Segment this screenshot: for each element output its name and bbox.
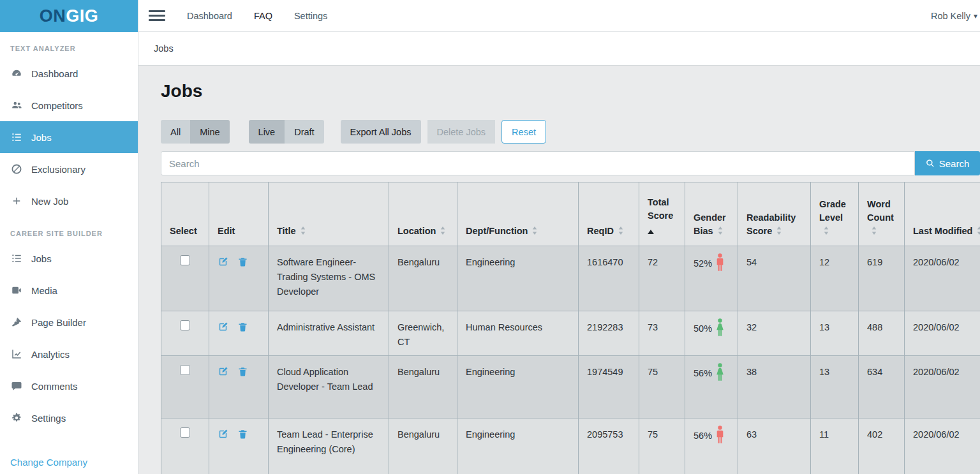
row-checkbox[interactable] bbox=[180, 255, 190, 265]
page-title: Jobs bbox=[161, 80, 980, 103]
sidebar-item-jobs[interactable]: Jobs bbox=[0, 121, 138, 153]
list-icon bbox=[10, 131, 23, 144]
sort-icon bbox=[713, 226, 723, 236]
edit-cell bbox=[209, 418, 269, 474]
edit-icon[interactable] bbox=[218, 322, 228, 337]
sidebar-item-exclusionary[interactable]: Exclusionary bbox=[0, 153, 138, 185]
trash-icon[interactable] bbox=[237, 429, 248, 444]
topbar: DashboardFAQSettings Rob Kelly ▾ bbox=[138, 0, 980, 32]
sidebar-item-analytics[interactable]: Analytics bbox=[0, 338, 138, 370]
row-checkbox[interactable] bbox=[180, 365, 190, 375]
male-person-icon bbox=[715, 427, 725, 445]
sidebar-item-settings[interactable]: Settings bbox=[0, 402, 138, 434]
sidebar-item-competitors[interactable]: Competitors bbox=[0, 89, 138, 121]
column-header-title[interactable]: Title bbox=[269, 182, 389, 246]
topnav-links: DashboardFAQSettings bbox=[187, 11, 349, 21]
trash-icon[interactable] bbox=[237, 322, 248, 337]
column-header-readability-score[interactable]: Readability Score bbox=[738, 182, 811, 246]
sidebar-item-label: Jobs bbox=[31, 253, 52, 264]
sidebar-item-label: Jobs bbox=[31, 132, 52, 143]
breadcrumb-bar: Jobs bbox=[138, 32, 980, 66]
sidebar-item-label: Exclusionary bbox=[31, 164, 85, 175]
search-button[interactable]: Search bbox=[915, 151, 980, 175]
readability-cell: 38 bbox=[738, 356, 811, 418]
export-all-jobs-button[interactable]: Export All Jobs bbox=[341, 120, 421, 144]
column-header-total-score[interactable]: Total Score bbox=[639, 182, 685, 246]
live-button[interactable]: Live bbox=[249, 120, 285, 144]
logo-band: ONGIG bbox=[0, 0, 138, 32]
breadcrumb[interactable]: Jobs bbox=[154, 43, 174, 54]
sort-icon bbox=[867, 226, 877, 236]
title-cell[interactable]: Administrative Assistant bbox=[269, 311, 389, 356]
sidebar-item-label: Media bbox=[31, 285, 57, 296]
ongig-logo[interactable]: ONGIG bbox=[40, 6, 99, 26]
column-header-dept-function[interactable]: Dept/Function bbox=[457, 182, 579, 246]
sidebar-item-label: Comments bbox=[31, 381, 78, 392]
gear-icon bbox=[10, 411, 23, 424]
reset-button[interactable]: Reset bbox=[501, 120, 546, 144]
all-button[interactable]: All bbox=[161, 120, 190, 144]
table-row: Cloud Application Developer - Team LeadB… bbox=[161, 356, 980, 418]
last-modified-cell: 2020/06/02 bbox=[905, 311, 980, 356]
sidebar-item-label: Dashboard bbox=[31, 68, 78, 79]
grade-level-cell: 11 bbox=[811, 418, 859, 474]
sidebar-item-new-job[interactable]: New Job bbox=[0, 185, 138, 217]
sidebar-section-label: TEXT ANALYZER bbox=[0, 32, 138, 57]
trash-icon[interactable] bbox=[237, 256, 248, 272]
dept-cell: Human Resources bbox=[457, 311, 579, 356]
video-icon bbox=[10, 284, 23, 297]
reqid-cell: 1974549 bbox=[579, 356, 639, 418]
content-area: Jobs All Mine Live Draft Export All Jobs… bbox=[138, 66, 980, 474]
table-row: Administrative AssistantGreenwich, CTHum… bbox=[161, 311, 980, 356]
location-cell: Bengaluru bbox=[389, 356, 457, 418]
comment-icon bbox=[10, 380, 23, 392]
topnav-settings[interactable]: Settings bbox=[294, 11, 327, 21]
hamburger-menu-icon[interactable] bbox=[149, 10, 165, 21]
select-cell bbox=[161, 246, 209, 311]
column-label: Title bbox=[277, 226, 296, 236]
row-checkbox[interactable] bbox=[180, 320, 190, 330]
column-header-reqid[interactable]: ReqID bbox=[579, 182, 639, 246]
column-label: Word Count bbox=[867, 199, 894, 223]
total-score-cell: 73 bbox=[639, 311, 685, 356]
search-input[interactable] bbox=[161, 151, 915, 175]
topnav-dashboard[interactable]: Dashboard bbox=[187, 11, 232, 21]
trash-icon[interactable] bbox=[237, 366, 248, 381]
column-header-grade-level[interactable]: Grade Level bbox=[811, 182, 859, 246]
sidebar-item-jobs[interactable]: Jobs bbox=[0, 242, 138, 274]
word-count-cell: 619 bbox=[859, 246, 905, 311]
column-header-gender-bias[interactable]: Gender Bias bbox=[685, 182, 738, 246]
sidebar-item-page-builder[interactable]: Page Builder bbox=[0, 306, 138, 338]
word-count-cell: 488 bbox=[859, 311, 905, 356]
sidebar-item-dashboard[interactable]: Dashboard bbox=[0, 57, 138, 89]
sidebar-item-media[interactable]: Media bbox=[0, 274, 138, 306]
draft-button[interactable]: Draft bbox=[285, 120, 323, 144]
gender-bias-value: 52% bbox=[694, 256, 712, 271]
location-cell: Greenwich, CT bbox=[389, 311, 457, 356]
readability-cell: 63 bbox=[738, 418, 811, 474]
edit-icon[interactable] bbox=[218, 429, 228, 444]
table-row: Team Lead - Enterprise Engineering (Core… bbox=[161, 418, 980, 474]
user-menu[interactable]: Rob Kelly ▾ bbox=[931, 11, 977, 21]
mine-button[interactable]: Mine bbox=[190, 120, 229, 144]
column-header-word-count[interactable]: Word Count bbox=[859, 182, 905, 246]
row-checkbox[interactable] bbox=[180, 427, 190, 438]
change-company-link[interactable]: Change Company bbox=[10, 457, 87, 468]
list-icon bbox=[10, 252, 23, 265]
edit-icon[interactable] bbox=[218, 366, 228, 381]
column-header-last-modified[interactable]: Last Modified bbox=[905, 182, 980, 246]
search-icon bbox=[926, 159, 935, 168]
topnav-faq[interactable]: FAQ bbox=[254, 11, 272, 21]
edit-icon[interactable] bbox=[218, 256, 228, 272]
sidebar-item-label: Analytics bbox=[31, 349, 70, 360]
column-header-location[interactable]: Location bbox=[389, 182, 457, 246]
title-cell[interactable]: Cloud Application Developer - Team Lead bbox=[269, 356, 389, 418]
location-cell: Bengaluru bbox=[389, 246, 457, 311]
delete-jobs-button[interactable]: Delete Jobs bbox=[427, 120, 496, 144]
female-person-icon bbox=[715, 320, 725, 337]
sidebar-item-comments[interactable]: Comments bbox=[0, 370, 138, 402]
sort-icon bbox=[528, 226, 537, 236]
title-cell[interactable]: Software Engineer- Trading Systems - OMS… bbox=[269, 246, 389, 311]
column-header-edit: Edit bbox=[209, 182, 269, 246]
title-cell[interactable]: Team Lead - Enterprise Engineering (Core… bbox=[269, 418, 389, 474]
